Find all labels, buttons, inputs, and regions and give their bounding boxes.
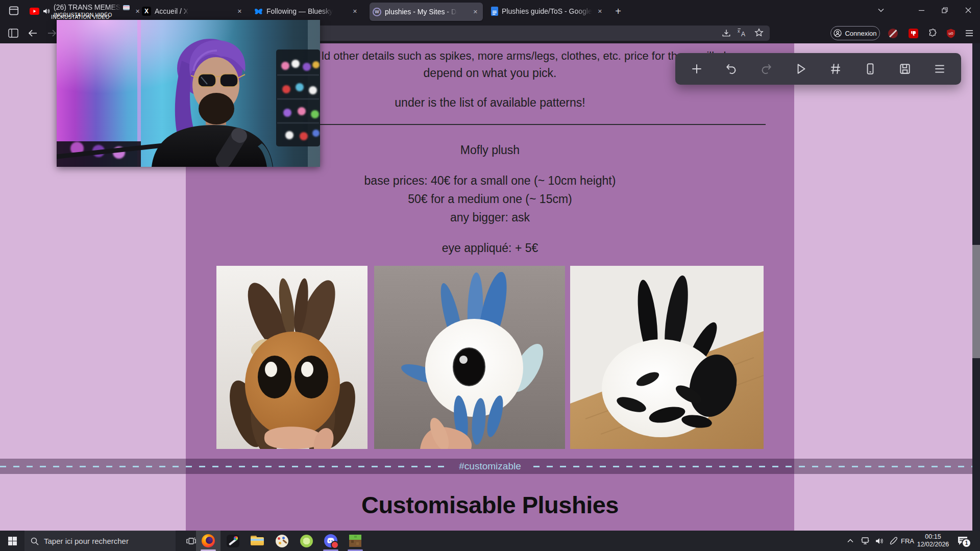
tray-chevron-up-icon[interactable] — [843, 531, 857, 551]
undo-button[interactable] — [720, 58, 743, 80]
browser-tab-bar: (26) TRANS MEMES TIME INCRUSTATION VIDÉO… — [0, 0, 980, 22]
divider-tag-label: #customizable — [459, 461, 521, 472]
tray-date: 12/02/2026 — [917, 541, 949, 548]
taskbar-paint-app[interactable] — [220, 531, 245, 551]
editor-menu-button[interactable] — [928, 58, 951, 80]
section-heading: Customisable Plushies — [186, 491, 794, 519]
tab-x[interactable]: X Accueil / X ✕ — [139, 0, 247, 22]
tab-close-icon[interactable]: ✕ — [471, 8, 480, 16]
tab-title: Following — Bluesky — [266, 7, 333, 15]
taskbar-file-explorer[interactable] — [245, 531, 270, 551]
tab-dashboard-active[interactable]: W plushies - My Sites - Dashboard ✕ — [370, 3, 483, 21]
new-tab-button[interactable]: + — [611, 5, 625, 18]
pip-webcam-video[interactable] — [57, 20, 320, 167]
tab-title: Plushies guide/ToS - Google Do — [502, 7, 592, 15]
photo-white-blue-moth-plush[interactable] — [374, 266, 565, 449]
tab-google-docs[interactable]: Plushies guide/ToS - Google Do ✕ — [488, 0, 607, 22]
bookmark-star-icon[interactable] — [754, 28, 764, 39]
minimize-button[interactable] — [910, 0, 933, 20]
account-icon — [834, 29, 842, 37]
taskbar-lime-app[interactable] — [294, 531, 318, 551]
divider-dash-left — [0, 466, 447, 467]
tab-close-icon[interactable]: ✕ — [235, 7, 244, 16]
x-icon: X — [142, 7, 151, 16]
windows-taskbar: Taper ici pour rechercher — [0, 531, 980, 551]
action-center-icon[interactable]: 1 — [952, 531, 973, 551]
tray-time: 00:15 — [925, 533, 941, 541]
preview-play-button[interactable] — [790, 58, 812, 80]
tray-volume-icon[interactable] — [872, 531, 887, 551]
tab-title: Accueil / X — [155, 7, 188, 15]
svg-text:A: A — [741, 31, 745, 38]
extension-ublock-icon[interactable]: u0 — [944, 27, 958, 40]
tray-language-indicator[interactable]: FRA — [899, 531, 916, 551]
photo-black-feather-plush[interactable] — [570, 266, 764, 449]
sign-in-button[interactable]: Connexion — [830, 26, 880, 40]
shelf — [276, 49, 320, 146]
editor-toolbar — [675, 53, 961, 85]
anchor-hash-button[interactable] — [824, 58, 847, 80]
page-scrollbar-thumb[interactable] — [972, 245, 980, 358]
wordpress-site-icon: W — [373, 8, 381, 16]
close-window-button[interactable] — [957, 0, 980, 20]
tab-close-icon[interactable]: ✕ — [351, 7, 359, 16]
back-button[interactable] — [26, 27, 40, 40]
save-button[interactable] — [894, 58, 916, 80]
extensions-puzzle-icon[interactable] — [926, 27, 939, 40]
sign-in-label: Connexion — [845, 30, 876, 37]
restore-button[interactable] — [933, 0, 957, 20]
screen: (26) TRANS MEMES TIME INCRUSTATION VIDÉO… — [0, 0, 980, 551]
search-icon — [31, 537, 39, 545]
taskbar-minecraft[interactable] — [343, 531, 368, 551]
taskbar-discord[interactable] — [318, 531, 343, 551]
flag-emoji — [123, 5, 130, 10]
start-button[interactable] — [0, 531, 24, 551]
photo-brown-moth-plush[interactable] — [216, 266, 368, 449]
translate-icon[interactable]: xA — [738, 28, 747, 40]
extension-dislike-icon[interactable] — [906, 27, 920, 40]
tab-close-icon[interactable]: ✕ — [596, 7, 604, 16]
tab-title: plushies - My Sites - Dashboard — [385, 8, 457, 16]
save-page-icon[interactable] — [722, 29, 731, 40]
add-block-button[interactable] — [685, 58, 708, 80]
tab-audio-icon[interactable] — [43, 8, 50, 15]
price-line-2: 50€ for a medium one (~ 15cm) — [186, 192, 794, 206]
tray-clock[interactable]: 00:15 12/02/2026 — [915, 531, 951, 551]
sidebar-toggle-icon[interactable] — [6, 27, 20, 40]
tab-list-dropdown[interactable] — [871, 0, 891, 20]
mobile-preview-button[interactable] — [859, 58, 881, 80]
youtube-icon — [30, 8, 39, 15]
notification-count-badge: 1 — [962, 538, 971, 548]
customizable-divider[interactable]: #customizable — [0, 459, 980, 474]
search-placeholder: Taper ici pour rechercher — [44, 537, 129, 545]
taskbar-palette-app[interactable] — [270, 531, 294, 551]
extension-blocker-icon[interactable] — [886, 27, 899, 40]
taskbar-firefox[interactable] — [196, 531, 220, 551]
bluesky-icon — [254, 8, 263, 15]
discord-notification-badge — [331, 541, 339, 549]
svg-text:x: x — [738, 29, 740, 34]
tab-manager-icon[interactable] — [8, 5, 19, 18]
price-line-3: any bigger: ask — [186, 211, 794, 224]
eye-option-text: eye appliqué: + 5€ — [186, 241, 794, 255]
pip-indicator-label: INCRUSTATION VIDÉO — [51, 14, 110, 20]
price-line-1: base prices: 40€ for a small one (~ 10cm… — [186, 174, 794, 188]
tray-network-icon[interactable] — [857, 531, 873, 551]
divider-dash-right — [533, 466, 980, 467]
google-docs-icon — [491, 7, 498, 16]
app-menu-icon[interactable] — [963, 27, 976, 40]
taskbar-search-input[interactable]: Taper ici pour rechercher — [24, 531, 176, 551]
tab-bluesky[interactable]: Following — Bluesky ✕ — [251, 0, 362, 22]
svg-text:u0: u0 — [949, 31, 953, 36]
redo-button[interactable] — [755, 58, 777, 80]
tab-title: (26) TRANS MEMES TIME — [54, 4, 121, 11]
